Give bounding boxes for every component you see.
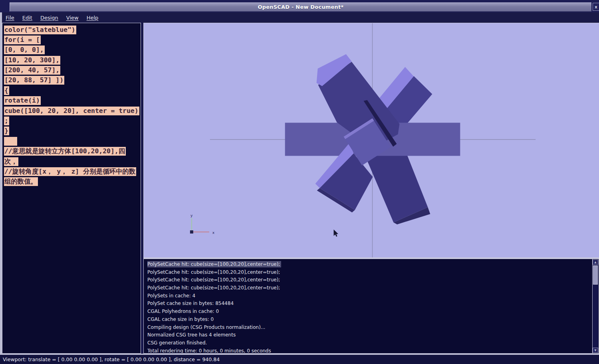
console-line: PolySetCache hit: cube(size=[100,20,20],… xyxy=(147,269,592,277)
3d-viewport[interactable]: y x xyxy=(143,23,599,257)
console-line: Normalized CSG tree has 4 elements xyxy=(147,331,592,339)
menubar: File Edit Design View Help xyxy=(0,12,599,23)
console-log: PolySetCache hit: cube(size=[100,20,20],… xyxy=(144,259,592,353)
code-line: [0, 0, 0], xyxy=(4,45,141,55)
titlebar[interactable]: OpenSCAD - New Document* xyxy=(10,2,591,12)
code-line xyxy=(4,136,141,146)
menu-help[interactable]: Help xyxy=(87,15,99,21)
code-line: 次， xyxy=(4,156,141,166)
scrollbar-thumb[interactable] xyxy=(593,265,598,285)
console-line: CSG generation finished. xyxy=(147,339,592,347)
y-axis-label: y xyxy=(190,214,193,218)
console-line: Total rendering time: 0 hours, 0 minutes… xyxy=(147,347,592,353)
code-line: { xyxy=(4,85,141,95)
x-axis-label: x xyxy=(212,231,215,235)
code-line: for(i = [ xyxy=(4,34,141,44)
editor-content: color("slateblue")for(i = [[0, 0, 0],[10… xyxy=(2,23,141,186)
scroll-up-icon[interactable]: ▲ xyxy=(593,259,598,265)
scroll-down-icon[interactable]: ▼ xyxy=(593,348,598,353)
console-line: PolySetCache hit: cube(size=[100,20,20],… xyxy=(147,276,592,284)
console-line: Compiling design (CSG Products normaliza… xyxy=(147,324,592,332)
mouse-cursor xyxy=(334,229,338,237)
console-line: PolySets in cache: 4 xyxy=(147,292,592,300)
menu-file[interactable]: File xyxy=(6,15,14,21)
openscad-window: { "window": { "title": "OpenSCAD - New D… xyxy=(0,0,599,364)
code-line: //意思就是旋转立方体[100,20,20],四 xyxy=(4,146,141,156)
code-line: [10, 20, 300], xyxy=(4,55,141,65)
close-button[interactable]: x xyxy=(593,3,599,11)
menu-design[interactable]: Design xyxy=(40,15,58,21)
3d-render: y x xyxy=(144,23,599,257)
console-scrollbar[interactable]: ▲ ▼ xyxy=(593,259,598,353)
console-panel[interactable]: PolySetCache hit: cube(size=[100,20,20],… xyxy=(143,259,599,354)
code-editor[interactable]: color("slateblue")for(i = [[0, 0, 0],[10… xyxy=(2,23,141,354)
code-line: color("slateblue") xyxy=(4,24,141,34)
statusbar: Viewport: translate = [ 0.00 0.00 0.00 ]… xyxy=(0,355,599,364)
code-line: cube([100, 20, 20], center = true) xyxy=(4,105,141,115)
console-line: PolySetCache hit: cube(size=[100,20,20],… xyxy=(147,261,592,269)
code-line: [200, 40, 57], xyxy=(4,65,141,75)
axis-indicator: y x xyxy=(190,214,215,235)
console-line: PolySet cache size in bytes: 854484 xyxy=(147,300,592,308)
code-line: 组的数值。 xyxy=(4,176,141,186)
code-line: //旋转角度[x， y， z] 分别是循环中的数 xyxy=(4,166,141,176)
code-line: ; xyxy=(4,116,141,126)
close-icon: x xyxy=(595,5,597,9)
code-line: rotate(i) xyxy=(4,95,141,105)
viewport-status-text: Viewport: translate = [ 0.00 0.00 0.00 ]… xyxy=(3,356,220,362)
menu-view[interactable]: View xyxy=(66,15,79,21)
code-line: } xyxy=(4,126,141,136)
console-line: PolySetCache hit: cube(size=[100,20,20],… xyxy=(147,284,592,292)
code-line: [20, 88, 57] ]) xyxy=(4,75,141,85)
console-line: CGAL cache size in bytes: 0 xyxy=(147,316,592,324)
console-line: CGAL Polyhedrons in cache: 0 xyxy=(147,308,592,316)
axis-origin xyxy=(190,230,193,233)
menu-edit[interactable]: Edit xyxy=(22,15,32,21)
window-title: OpenSCAD - New Document* xyxy=(258,4,344,10)
